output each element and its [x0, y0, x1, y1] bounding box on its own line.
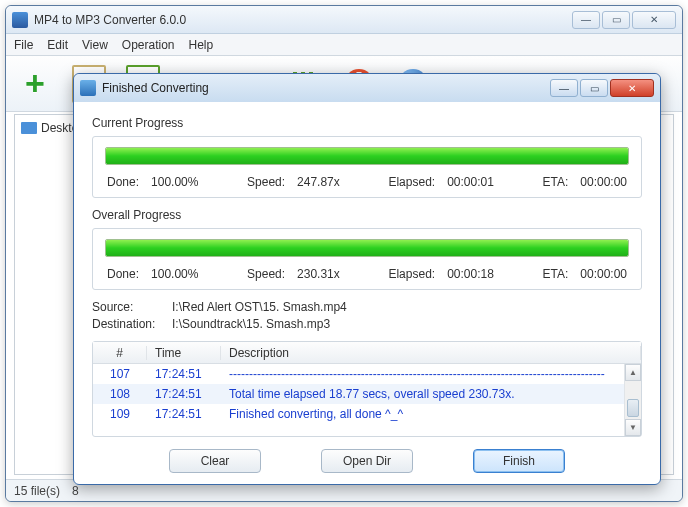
overall-elapsed-value: 00:00:18 [447, 267, 494, 281]
log-cell-desc: ----------------------------------------… [221, 367, 641, 381]
current-elapsed-value: 00:00:01 [447, 175, 494, 189]
log-cell-num: 108 [93, 387, 147, 401]
dialog-maximize-button[interactable]: ▭ [580, 79, 608, 97]
menu-help[interactable]: Help [189, 38, 214, 52]
overall-elapsed-label: Elapsed: [388, 267, 435, 281]
minimize-button[interactable]: — [572, 11, 600, 29]
add-icon[interactable]: + [14, 63, 56, 105]
desktop-icon [21, 122, 37, 134]
scroll-down-icon[interactable]: ▼ [625, 419, 641, 436]
menu-operation[interactable]: Operation [122, 38, 175, 52]
current-speed-value: 247.87x [297, 175, 340, 189]
overall-eta-label: ETA: [543, 267, 569, 281]
overall-speed-label: Speed: [247, 267, 285, 281]
log-scrollbar[interactable]: ▲ ▼ [624, 364, 641, 436]
overall-done-value: 100.00% [151, 267, 198, 281]
log-cell-num: 107 [93, 367, 147, 381]
log-cell-num: 109 [93, 407, 147, 421]
dest-label: Destination: [92, 317, 172, 331]
dest-value: I:\Soundtrack\15. Smash.mp3 [172, 317, 330, 331]
overall-speed-value: 230.31x [297, 267, 340, 281]
overall-progress-label: Overall Progress [92, 208, 642, 222]
scroll-thumb[interactable] [627, 399, 639, 417]
log-cell-desc: Total time elapsed 18.77 secs, overall s… [221, 387, 641, 401]
log-header-desc[interactable]: Description [221, 346, 641, 360]
log-row[interactable]: 107 17:24:51 ---------------------------… [93, 364, 641, 384]
current-progress-bar [105, 147, 629, 165]
overall-done-label: Done: [107, 267, 139, 281]
log-row[interactable]: 108 17:24:51 Total time elapsed 18.77 se… [93, 384, 641, 404]
main-title: MP4 to MP3 Converter 6.0.0 [34, 13, 572, 27]
dialog-titlebar[interactable]: Finished Converting — ▭ ✕ [74, 74, 660, 102]
dialog-minimize-button[interactable]: — [550, 79, 578, 97]
source-value: I:\Red Alert OST\15. Smash.mp4 [172, 300, 347, 314]
finish-button[interactable]: Finish [473, 449, 565, 473]
main-titlebar[interactable]: MP4 to MP3 Converter 6.0.0 — ▭ ✕ [6, 6, 682, 34]
dialog-icon [80, 80, 96, 96]
dialog-title: Finished Converting [102, 81, 548, 95]
current-progress-group: Done:100.00% Speed:247.87x Elapsed:00:00… [92, 136, 642, 198]
dialog-close-button[interactable]: ✕ [610, 79, 654, 97]
overall-progress-bar [105, 239, 629, 257]
log-table: # Time Description 107 17:24:51 --------… [92, 341, 642, 437]
menu-file[interactable]: File [14, 38, 33, 52]
current-progress-label: Current Progress [92, 116, 642, 130]
maximize-button[interactable]: ▭ [602, 11, 630, 29]
status-filecount: 15 file(s) [14, 484, 60, 498]
progress-dialog: Finished Converting — ▭ ✕ Current Progre… [73, 73, 661, 485]
current-eta-label: ETA: [543, 175, 569, 189]
log-cell-time: 17:24:51 [147, 367, 221, 381]
clear-button[interactable]: Clear [169, 449, 261, 473]
app-icon [12, 12, 28, 28]
log-row[interactable]: 109 17:24:51 Finished converting, all do… [93, 404, 641, 424]
current-done-value: 100.00% [151, 175, 198, 189]
log-header-num[interactable]: # [93, 346, 147, 360]
open-dir-button[interactable]: Open Dir [321, 449, 413, 473]
status-extra: 8 [72, 484, 79, 498]
log-cell-time: 17:24:51 [147, 387, 221, 401]
log-header-time[interactable]: Time [147, 346, 221, 360]
current-eta-value: 00:00:00 [580, 175, 627, 189]
menubar: File Edit View Operation Help [6, 34, 682, 56]
menu-edit[interactable]: Edit [47, 38, 68, 52]
close-button[interactable]: ✕ [632, 11, 676, 29]
log-cell-time: 17:24:51 [147, 407, 221, 421]
current-speed-label: Speed: [247, 175, 285, 189]
overall-progress-group: Done:100.00% Speed:230.31x Elapsed:00:00… [92, 228, 642, 290]
source-label: Source: [92, 300, 172, 314]
overall-eta-value: 00:00:00 [580, 267, 627, 281]
current-done-label: Done: [107, 175, 139, 189]
current-elapsed-label: Elapsed: [388, 175, 435, 189]
scroll-up-icon[interactable]: ▲ [625, 364, 641, 381]
log-cell-desc: Finished converting, all done ^_^ [221, 407, 641, 421]
menu-view[interactable]: View [82, 38, 108, 52]
log-header: # Time Description [93, 342, 641, 364]
